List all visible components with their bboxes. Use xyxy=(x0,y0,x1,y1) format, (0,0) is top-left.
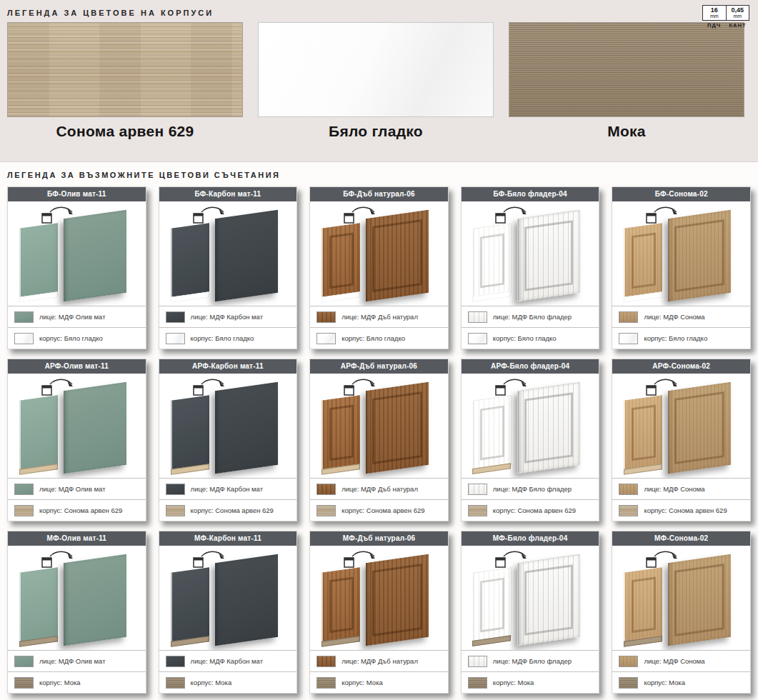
corpus-label: корпус: Мока xyxy=(493,679,534,686)
door-panel-open xyxy=(473,395,512,471)
corpus-legend-row: корпус: Сонома арвен 629 xyxy=(462,499,599,521)
corpus-label: корпус: Мока xyxy=(191,679,232,686)
door-swing-arrow-icon xyxy=(192,206,235,227)
face-legend-row: лице: МДФ Дъб натурал xyxy=(310,650,448,671)
combination-title: БФ-Дъб натурал-06 xyxy=(310,187,448,201)
corpus-legend-row: корпус: Бяло гладко xyxy=(612,327,750,349)
combination-card: АРФ-Сонома-02 лице: МДФ Сонома корпус: С… xyxy=(612,359,751,521)
face-label: лице: МДФ Дъб натурал xyxy=(341,485,418,493)
face-swatch xyxy=(316,656,336,667)
combination-title: МФ-Олив мат-11 xyxy=(8,531,146,546)
face-legend-row: лице: МДФ Олив мат xyxy=(8,478,146,499)
white-smooth-texture xyxy=(258,22,494,117)
corpus-swatch xyxy=(468,505,487,516)
edge-label: КАНТ xyxy=(726,22,749,29)
door-panel-open xyxy=(473,223,512,299)
combination-card: БФ-Олив мат-11 лице: МДФ Олив мат корпус… xyxy=(7,186,146,349)
face-label: лице: МДФ Карбон мат xyxy=(191,657,263,665)
edge-thickness-value: 0,45 xyxy=(727,7,749,14)
face-legend-row: лице: МДФ Олив мат xyxy=(8,650,146,671)
face-swatch xyxy=(468,656,487,667)
combination-card: АРФ-Карбон мат-11 лице: МДФ Карбон мат к… xyxy=(159,359,298,521)
face-legend-row: лице: МДФ Бяло фладер xyxy=(462,650,599,671)
face-label: лице: МДФ Дъб натурал xyxy=(341,657,418,665)
door-swing-arrow-icon xyxy=(645,206,688,227)
edge-thickness-box: 0,45 mm xyxy=(726,6,749,20)
corpus-legend-row: корпус: Сонома арвен 629 xyxy=(159,499,297,521)
corpus-label: корпус: Бяло гладко xyxy=(191,334,254,342)
corpus-legend-row: корпус: Мока xyxy=(612,671,750,693)
combination-title: БФ-Сонома-02 xyxy=(612,187,750,201)
door-swing-arrow-icon xyxy=(41,378,84,399)
combination-title: МФ-Бяло фладер-04 xyxy=(462,531,599,546)
combination-card: АРФ-Бяло фладер-04 лице: МДФ Бяло фладер… xyxy=(461,359,600,521)
corpus-swatch xyxy=(316,333,336,344)
face-label: лице: МДФ Олив мат xyxy=(39,313,106,321)
door-swing-arrow-icon xyxy=(192,550,235,571)
corpus-label: корпус: Мока xyxy=(341,679,383,686)
combination-card: МФ-Карбон мат-11 лице: МДФ Карбон мат ко… xyxy=(159,531,298,694)
corpus-swatch xyxy=(316,677,336,689)
face-swatch xyxy=(619,484,638,495)
corpus-swatch-moka: Мока xyxy=(509,22,744,140)
combination-title: АРФ-Дъб натурал-06 xyxy=(310,359,448,374)
combination-card: БФ-Сонома-02 лице: МДФ Сонома корпус: Бя… xyxy=(612,186,751,349)
corpus-swatch xyxy=(619,677,638,689)
face-label: лице: МДФ Бяло фладер xyxy=(493,657,572,665)
door-swing-arrow-icon xyxy=(41,206,84,227)
corpus-legend-row: корпус: Сонома арвен 629 xyxy=(310,499,448,521)
face-label: лице: МДФ Олив мат xyxy=(39,485,106,493)
corpus-label: корпус: Бяло гладко xyxy=(493,334,557,342)
face-legend-row: лице: МДФ Бяло фладер xyxy=(462,306,599,327)
door-panel-open xyxy=(473,567,512,643)
corpus-swatch xyxy=(166,333,185,344)
corpus-colors-legend: ЛЕГЕНДА ЗА ЦВЕТОВЕ НА КОРПУСИ Сонома арв… xyxy=(0,0,758,162)
door-swing-arrow-icon xyxy=(343,378,386,399)
combination-title: АРФ-Бяло фладер-04 xyxy=(462,359,599,374)
corpus-label: корпус: Бяло гладко xyxy=(644,334,707,342)
corpus-label: корпус: Бяло гладко xyxy=(341,334,405,342)
combinations-legend: ЛЕГЕНДА ЗА ВЪЗМОЖНИТЕ ЦВЕТОВИ СЪЧЕТАНИЯ … xyxy=(0,162,758,694)
door-panel-open xyxy=(321,223,360,299)
combinations-grid: БФ-Олив мат-11 лице: МДФ Олив мат корпус… xyxy=(7,186,751,694)
door-preview xyxy=(612,374,750,478)
sonoma-arven-texture xyxy=(7,22,243,117)
door-preview xyxy=(310,201,448,306)
combinations-legend-title: ЛЕГЕНДА ЗА ВЪЗМОЖНИТЕ ЦВЕТОВИ СЪЧЕТАНИЯ xyxy=(7,171,751,179)
corpus-legend-row: корпус: Бяло гладко xyxy=(159,327,297,349)
combination-card: МФ-Бяло фладер-04 лице: МДФ Бяло фладер … xyxy=(461,531,600,694)
face-label: лице: МДФ Бяло фладер xyxy=(493,313,572,321)
corpus-legend-row: корпус: Сонома арвен 629 xyxy=(612,499,750,521)
door-panel-open xyxy=(171,223,209,299)
corpus-swatch xyxy=(468,333,487,344)
door-preview xyxy=(310,374,448,478)
corpus-label: корпус: Бяло гладко xyxy=(39,334,103,342)
door-panel-open xyxy=(321,567,360,643)
corpus-label: корпус: Мока xyxy=(644,679,685,686)
combination-card: МФ-Олив мат-11 лице: МДФ Олив мат корпус… xyxy=(7,531,146,694)
face-label: лице: МДФ Дъб натурал xyxy=(341,313,418,321)
corpus-swatch xyxy=(14,677,34,689)
spec-boxes: 16 mm 0,45 mm xyxy=(702,5,749,21)
corpus-swatch xyxy=(619,505,638,516)
combination-title: МФ-Дъб натурал-06 xyxy=(310,531,448,546)
door-swing-arrow-icon xyxy=(343,550,386,571)
board-thickness-box: 16 mm xyxy=(703,6,726,20)
face-swatch xyxy=(14,311,34,323)
edge-thickness-unit: mm xyxy=(727,14,749,19)
face-label: лице: МДФ Сонома xyxy=(644,485,704,493)
combination-card: АРФ-Олив мат-11 лице: МДФ Олив мат корпу… xyxy=(7,359,146,521)
corpus-swatch-white: Бяло гладко xyxy=(258,22,494,140)
combination-card: МФ-Сонома-02 лице: МДФ Сонома корпус: Мо… xyxy=(612,531,751,694)
door-panel-open xyxy=(624,223,662,299)
door-preview xyxy=(8,374,146,478)
combination-title: АРФ-Олив мат-11 xyxy=(8,359,146,374)
corpus-label: корпус: Сонома арвен 629 xyxy=(341,506,424,514)
door-preview xyxy=(159,546,297,650)
board-thickness-unit: mm xyxy=(703,14,726,19)
spec-labels: ПДЧ КАНТ xyxy=(702,22,749,29)
corpus-label: корпус: Мока xyxy=(39,679,81,686)
board-thickness-value: 16 xyxy=(703,7,726,14)
combination-card: МФ-Дъб натурал-06 лице: МДФ Дъб натурал … xyxy=(309,531,449,694)
face-legend-row: лице: МДФ Карбон мат xyxy=(159,306,297,327)
